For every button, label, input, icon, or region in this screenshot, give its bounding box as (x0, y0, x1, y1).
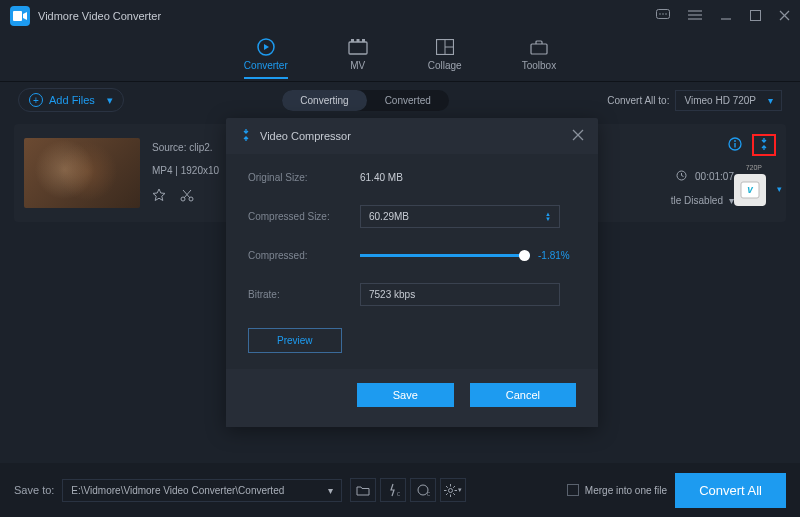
star-icon[interactable] (152, 188, 166, 204)
svg-point-2 (659, 13, 661, 15)
convert-all-value: Vimeo HD 720P (684, 95, 756, 106)
video-thumbnail[interactable] (24, 138, 140, 208)
svg-point-36 (449, 488, 453, 492)
chevron-down-icon: ▾ (458, 486, 462, 494)
svg-rect-20 (531, 44, 547, 54)
convert-all-button[interactable]: Convert All (675, 473, 786, 508)
output-format-button[interactable]: v (734, 174, 766, 206)
nav-label: MV (350, 60, 365, 71)
app-title: Vidmore Video Converter (38, 10, 656, 22)
svg-rect-13 (349, 42, 367, 54)
nav-toolbox[interactable]: Toolbox (522, 32, 556, 81)
compressed-size-input[interactable]: 60.29MB ▲ ▼ (360, 205, 560, 228)
high-speed-icon[interactable]: OFF (410, 478, 436, 502)
svg-rect-16 (362, 39, 365, 42)
save-button[interactable]: Save (357, 383, 454, 407)
svg-point-3 (662, 13, 664, 15)
info-icon[interactable] (728, 137, 742, 153)
original-size-value: 61.40 MB (360, 172, 403, 183)
compressed-size-label: Compressed Size: (248, 211, 360, 222)
compression-slider[interactable] (360, 254, 530, 257)
open-folder-icon[interactable] (350, 478, 376, 502)
nav-label: Converter (244, 60, 288, 79)
source-value: clip2. (189, 142, 212, 153)
slider-thumb[interactable] (519, 250, 530, 261)
resolution-badge: 720P (746, 164, 762, 171)
cancel-button[interactable]: Cancel (470, 383, 576, 407)
nav-collage[interactable]: Collage (428, 32, 462, 81)
app-logo (10, 6, 30, 26)
bitrate-value: 7523 kbps (369, 289, 415, 300)
checkbox-icon (567, 484, 579, 496)
add-files-button[interactable]: + Add Files ▾ (18, 88, 124, 112)
compress-icon (240, 129, 252, 143)
bitrate-input[interactable]: 7523 kbps (360, 283, 560, 306)
nav-label: Collage (428, 60, 462, 71)
convert-all-label: Convert All to: (607, 95, 669, 106)
compress-icon[interactable] (752, 134, 776, 156)
save-path-dropdown[interactable]: E:\Vidmore\Vidmore Video Converter\Conve… (62, 479, 342, 502)
compression-percent: -1.81% (538, 250, 570, 261)
modal-title: Video Compressor (260, 130, 564, 142)
svg-rect-14 (351, 39, 354, 42)
menu-icon[interactable] (688, 10, 702, 22)
svg-line-44 (446, 493, 448, 495)
svg-line-41 (446, 486, 448, 488)
bitrate-label: Bitrate: (248, 289, 360, 300)
svg-rect-27 (734, 143, 735, 148)
svg-text:OFF: OFF (427, 491, 430, 497)
maximize-icon[interactable] (750, 10, 761, 23)
nav-mv[interactable]: MV (348, 32, 368, 81)
top-nav: Converter MV Collage Toolbox (0, 32, 800, 82)
bottom-bar: Save to: E:\Vidmore\Vidmore Video Conver… (0, 463, 800, 517)
tab-converting[interactable]: Converting (282, 90, 366, 111)
nav-label: Toolbox (522, 60, 556, 71)
duration-value: 00:01:07 (695, 171, 734, 182)
svg-rect-15 (356, 39, 359, 42)
titlebar: Vidmore Video Converter (0, 0, 800, 32)
svg-point-26 (734, 140, 736, 142)
clock-icon (676, 170, 687, 183)
cut-icon[interactable] (180, 188, 194, 204)
chevron-down-icon[interactable]: ▾ (777, 184, 782, 194)
save-to-label: Save to: (14, 484, 54, 496)
hw-accel-icon[interactable]: OFF (380, 478, 406, 502)
chevron-down-icon: ▾ (107, 94, 113, 107)
compressed-label: Compressed: (248, 250, 360, 261)
conversion-tabs: Converting Converted (282, 90, 449, 111)
feedback-icon[interactable] (656, 9, 670, 23)
modal-header: Video Compressor (226, 118, 598, 154)
video-compressor-modal: Video Compressor Original Size: 61.40 MB… (226, 118, 598, 427)
compressed-size-value: 60.29MB (369, 211, 409, 222)
merge-checkbox[interactable]: Merge into one file (567, 484, 667, 496)
save-path-value: E:\Vidmore\Vidmore Video Converter\Conve… (71, 485, 284, 496)
subtitle-value: tle Disabled (671, 195, 723, 206)
original-size-label: Original Size: (248, 172, 360, 183)
preview-button[interactable]: Preview (248, 328, 342, 353)
nav-converter[interactable]: Converter (244, 32, 288, 81)
svg-point-4 (665, 13, 667, 15)
plus-icon: + (29, 93, 43, 107)
chevron-down-icon: ▾ (328, 485, 333, 496)
svg-text:OFF: OFF (397, 491, 400, 497)
merge-label: Merge into one file (585, 485, 667, 496)
svg-rect-0 (13, 11, 22, 21)
svg-line-42 (454, 493, 456, 495)
add-files-label: Add Files (49, 94, 95, 106)
stepper-down-icon[interactable]: ▼ (545, 217, 551, 222)
sub-bar: + Add Files ▾ Converting Converted Conve… (0, 82, 800, 118)
source-label: Source: (152, 142, 186, 153)
minimize-icon[interactable] (720, 9, 732, 23)
tab-converted[interactable]: Converted (367, 90, 449, 111)
svg-line-43 (454, 486, 456, 488)
modal-footer: Save Cancel (226, 369, 598, 427)
convert-all-selector: Convert All to: Vimeo HD 720P ▾ (607, 90, 782, 111)
convert-all-dropdown[interactable]: Vimeo HD 720P ▾ (675, 90, 782, 111)
chevron-down-icon: ▾ (768, 95, 773, 106)
close-icon[interactable] (572, 128, 584, 144)
close-icon[interactable] (779, 10, 790, 23)
settings-icon[interactable]: ▾ (440, 478, 466, 502)
svg-rect-9 (751, 10, 761, 20)
modal-body: Original Size: 61.40 MB Compressed Size:… (226, 154, 598, 369)
file-right-panel: 00:01:07 tle Disabled ▾ 720P v ▾ (606, 134, 776, 206)
